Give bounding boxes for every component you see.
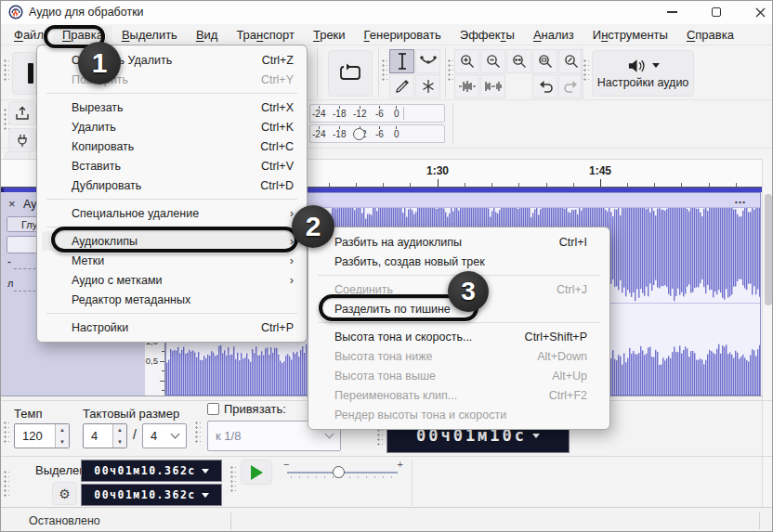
menu-separator: [318, 322, 600, 323]
transport-button-partial[interactable]: [12, 52, 36, 95]
menu-item-delete-special[interactable]: Специальное удаление›: [37, 203, 307, 223]
vertical-scrollbar[interactable]: [762, 159, 773, 507]
tempo-grip[interactable]: [3, 421, 9, 445]
spin-down-icon[interactable]: ▼: [113, 436, 126, 448]
menu-item-render-pitch-speed[interactable]: Рендер высоты тона и скорости: [308, 405, 609, 424]
envelope-tool-button[interactable]: [415, 49, 440, 73]
menu-item-copy[interactable]: КопироватьCtrl+C: [37, 136, 307, 156]
selection-start-display[interactable]: 00ч01м10.362с: [81, 460, 222, 482]
menu-analyze[interactable]: Анализ: [524, 26, 583, 44]
menu-item-labeled-audio[interactable]: Аудио с метками›: [37, 270, 307, 290]
scale-label: 0,5: [146, 356, 158, 366]
gear-icon: ⚙: [59, 487, 71, 501]
menu-transport[interactable]: Транспорт: [227, 26, 304, 44]
zoom-out-button[interactable]: [480, 49, 505, 73]
snap-grip[interactable]: [194, 421, 201, 445]
share-icon: [15, 106, 30, 121]
meter-tick-label: -12: [353, 109, 366, 119]
menu-item-paste[interactable]: ВставитьCtrl+V: [37, 156, 307, 175]
draw-tool-button[interactable]: [389, 74, 414, 98]
submenu-arrow-icon: ›: [290, 253, 294, 267]
selection-end-display[interactable]: 00ч01м10.362с: [81, 484, 222, 506]
multi-tool-button[interactable]: [415, 74, 440, 98]
undo-button[interactable]: [532, 74, 557, 98]
menu-generate[interactable]: Генерировать: [355, 26, 451, 44]
scrollbar-thumb[interactable]: [765, 194, 772, 305]
menu-tools[interactable]: Инструменты: [583, 26, 677, 44]
toolbar-grip[interactable]: [3, 58, 9, 83]
menu-item-split-new-track[interactable]: Разбить, создав новый трек: [308, 252, 609, 271]
edit-menu-popup: Отменить УдалитьCtrl+Z ПовторитьCtrl+Y В…: [36, 45, 308, 343]
menu-select[interactable]: Выделить: [112, 26, 187, 44]
zoom-selection-icon: [512, 54, 527, 69]
maximize-button[interactable]: [701, 1, 732, 23]
meter-tick-label: -18: [333, 109, 346, 119]
menu-help[interactable]: Справка: [677, 26, 743, 44]
silence-audio-button[interactable]: [480, 74, 505, 98]
menu-item-pitch-down[interactable]: Высота тона нижеAlt+Down: [308, 346, 609, 366]
zoom-in-button[interactable]: [454, 49, 479, 73]
recording-meter[interactable]: -24 -18 -12 -6 0: [309, 104, 445, 123]
selection-grip[interactable]: [3, 470, 9, 498]
tempo-input[interactable]: 120 ▲▼: [14, 423, 70, 448]
menu-item-metadata-editor[interactable]: Редактор метаданных: [37, 290, 307, 309]
spin-up-icon[interactable]: ▲: [56, 424, 69, 436]
menu-separator: [46, 93, 297, 94]
close-track-icon[interactable]: ×: [8, 197, 16, 211]
timesig-unit-select[interactable]: 4: [142, 423, 187, 448]
spin-down-icon[interactable]: ▼: [56, 436, 69, 448]
menu-effects[interactable]: Эффекты: [451, 26, 524, 44]
zoom-selection-button[interactable]: [506, 49, 531, 73]
selection-settings-button[interactable]: ⚙: [52, 482, 77, 505]
share-audio-button[interactable]: [8, 101, 36, 125]
menu-item-pitch-and-speed[interactable]: Высота тона и скорость...Ctrl+Shift+P: [308, 327, 609, 346]
plug-button[interactable]: [8, 128, 36, 152]
play-at-speed-button[interactable]: [241, 460, 272, 485]
menu-item-rename-clip[interactable]: Переименовать клип...Ctrl+F2: [308, 385, 609, 405]
snap-checkbox[interactable]: [207, 403, 219, 415]
clip-menu-icon[interactable]: …: [734, 192, 747, 206]
menu-tracks[interactable]: Треки: [304, 26, 355, 44]
menu-separator: [46, 199, 297, 200]
timesig-beats-input[interactable]: 4 ▲▼: [83, 423, 127, 448]
timesig-spinner[interactable]: ▲▼: [112, 424, 126, 448]
spin-up-icon[interactable]: ▲: [113, 424, 126, 436]
slider-thumb[interactable]: [333, 466, 345, 478]
menu-item-pitch-up[interactable]: Высота тона вышеAlt+Up: [308, 366, 609, 385]
trim-audio-button[interactable]: [454, 74, 479, 98]
toolbar-separator: [378, 47, 379, 97]
redo-button[interactable]: [558, 74, 583, 98]
menu-view[interactable]: Вид: [187, 26, 228, 44]
track-name[interactable]: Ау: [23, 198, 36, 211]
menu-item-delete[interactable]: УдалитьCtrl+K: [37, 117, 307, 136]
meter-tick-label: -24: [312, 109, 325, 119]
toolbar-separator: [317, 47, 318, 97]
multitool-icon: [421, 79, 436, 94]
menu-item-cut[interactable]: ВырезатьCtrl+X: [37, 97, 307, 117]
menu-item-redo[interactable]: ПовторитьCtrl+Y: [37, 70, 307, 89]
audio-setup-button[interactable]: Настройки аудио: [592, 50, 694, 97]
transport-icon-fragment: [28, 63, 33, 84]
selection-tool-button[interactable]: [389, 49, 414, 73]
timeline-label: 1:45: [582, 164, 619, 177]
loop-button[interactable]: [328, 50, 373, 97]
minimize-button[interactable]: [656, 1, 688, 23]
volume-slider-thumb[interactable]: [353, 128, 365, 140]
dropdown-arrow-icon: [202, 469, 209, 474]
menu-item-preferences[interactable]: НастройкиCtrl+P: [37, 318, 307, 337]
dropdown-arrow-icon: [532, 434, 540, 438]
zoom-fit-button[interactable]: [532, 49, 557, 73]
tempo-spinner[interactable]: ▲▼: [55, 424, 69, 448]
audio-setup-grip[interactable]: [583, 58, 589, 83]
tools-grip[interactable]: [381, 58, 387, 83]
close-button[interactable]: [744, 1, 773, 23]
zoom-grip[interactable]: [447, 58, 453, 83]
playback-meter[interactable]: -24 -18 -12 -6 0: [309, 124, 445, 143]
menu-item-labels[interactable]: Метки›: [37, 251, 307, 270]
zoom-toggle-button[interactable]: [558, 49, 583, 73]
play-grip[interactable]: [229, 465, 236, 493]
menu-item-split-into-clips[interactable]: Разбить на аудиоклипыCtrl+I: [308, 232, 609, 252]
meter-tick-label: 0: [394, 109, 400, 119]
play-speed-slider[interactable]: − +: [280, 459, 405, 487]
menu-item-duplicate[interactable]: ДублироватьCtrl+D: [37, 175, 307, 195]
